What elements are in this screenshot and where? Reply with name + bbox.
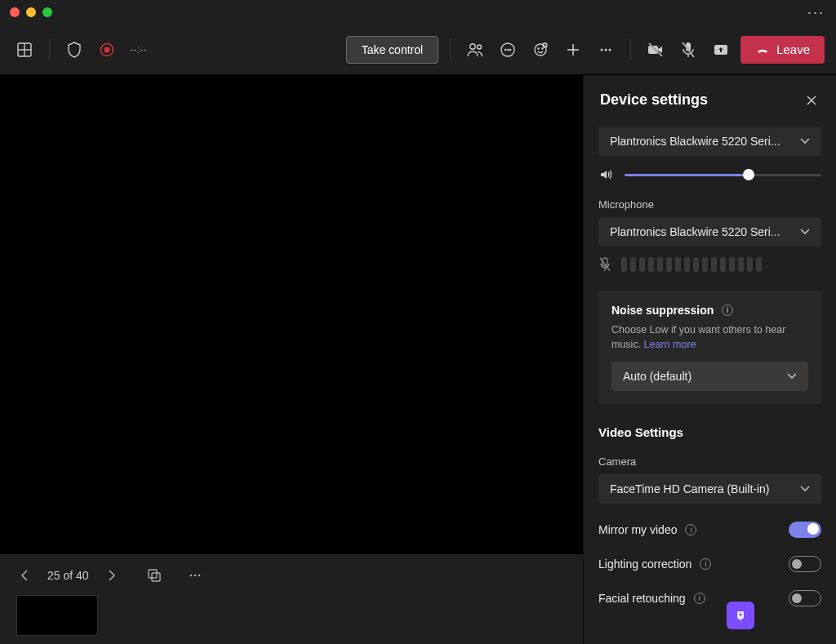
noise-dropdown[interactable]: Auto (default) xyxy=(611,362,808,391)
slide-view-icon[interactable] xyxy=(141,562,167,588)
fullscreen-window-button[interactable] xyxy=(42,7,52,17)
mic-level-meter xyxy=(621,257,762,272)
mirror-toggle[interactable] xyxy=(789,522,821,538)
close-panel-button[interactable] xyxy=(803,92,820,109)
svg-point-11 xyxy=(535,44,546,56)
next-slide-button[interactable] xyxy=(104,567,120,584)
speaker-volume-icon xyxy=(598,167,613,182)
window-controls xyxy=(10,7,52,17)
camera-off-icon[interactable] xyxy=(643,37,669,63)
panel-title: Device settings xyxy=(600,91,708,109)
title-more-icon[interactable]: ··· xyxy=(807,4,825,21)
reactions-icon[interactable] xyxy=(527,37,554,63)
shield-icon[interactable] xyxy=(61,37,87,63)
separator xyxy=(450,39,451,60)
svg-point-10 xyxy=(510,49,511,50)
lighting-toggle[interactable] xyxy=(789,556,821,572)
noise-value: Auto (default) xyxy=(623,370,691,383)
info-icon[interactable]: i xyxy=(700,558,711,570)
info-icon[interactable]: i xyxy=(694,593,705,604)
chevron-down-icon xyxy=(800,486,810,492)
camera-value: FaceTime HD Camera (Built-in) xyxy=(610,482,770,495)
noise-title: Noise suppression xyxy=(611,304,714,317)
call-toolbar: --:-- Take control Leave xyxy=(0,24,836,75)
close-window-button[interactable] xyxy=(10,7,20,17)
lighting-label: Lighting correction xyxy=(598,557,691,571)
svg-point-8 xyxy=(505,49,506,50)
leave-button[interactable]: Leave xyxy=(740,36,825,64)
hangup-icon xyxy=(755,42,770,57)
watermark-badge xyxy=(727,602,754,629)
noise-suppression-section: Noise suppression i Choose Low if you wa… xyxy=(598,291,821,404)
shared-screen-area xyxy=(0,75,583,554)
layout-grid-icon[interactable] xyxy=(11,37,38,63)
svg-point-32 xyxy=(198,575,200,577)
retouch-toggle[interactable] xyxy=(789,590,821,606)
svg-point-13 xyxy=(542,47,543,48)
mic-muted-icon xyxy=(598,256,611,273)
speaker-volume-slider[interactable] xyxy=(625,174,821,176)
more-actions-icon[interactable] xyxy=(593,37,619,63)
svg-point-5 xyxy=(470,43,475,48)
people-icon[interactable] xyxy=(462,37,488,63)
separator xyxy=(49,39,50,60)
chevron-down-icon xyxy=(800,138,810,144)
info-icon[interactable]: i xyxy=(722,304,733,316)
slide-more-icon[interactable] xyxy=(182,562,208,588)
mirror-label: Mirror my video xyxy=(598,523,677,536)
device-settings-panel: Device settings Plantronics Blackwire 52… xyxy=(583,75,836,644)
share-screen-icon[interactable] xyxy=(708,37,734,63)
slide-controls: 25 of 40 xyxy=(0,554,583,644)
svg-point-12 xyxy=(538,47,539,48)
prev-slide-button[interactable] xyxy=(16,567,33,584)
microphone-dropdown[interactable]: Plantronics Blackwire 5220 Seri... xyxy=(598,217,821,246)
svg-point-19 xyxy=(609,48,611,51)
svg-rect-29 xyxy=(152,573,160,581)
record-icon[interactable] xyxy=(94,37,120,63)
svg-point-9 xyxy=(508,49,509,50)
speaker-dropdown[interactable]: Plantronics Blackwire 5220 Seri... xyxy=(598,127,821,156)
slide-counter: 25 of 40 xyxy=(47,569,89,582)
learn-more-link[interactable]: Learn more xyxy=(644,339,696,350)
microphone-label: Microphone xyxy=(598,198,821,211)
svg-point-18 xyxy=(605,48,607,51)
speaker-value: Plantronics Blackwire 5220 Seri... xyxy=(610,135,780,148)
chevron-down-icon xyxy=(787,373,797,380)
svg-point-30 xyxy=(189,575,192,577)
svg-point-31 xyxy=(193,575,196,577)
info-icon[interactable]: i xyxy=(685,524,696,535)
slide-thumbnail[interactable] xyxy=(16,595,98,636)
video-settings-heading: Video Settings xyxy=(598,425,821,439)
take-control-button[interactable]: Take control xyxy=(346,36,438,64)
chat-icon[interactable] xyxy=(495,37,521,63)
minimize-window-button[interactable] xyxy=(26,7,36,17)
svg-point-17 xyxy=(601,48,603,51)
separator xyxy=(630,39,631,60)
mic-off-icon[interactable] xyxy=(675,37,701,63)
svg-rect-28 xyxy=(149,570,157,578)
noise-description: Choose Low if you want others to hear mu… xyxy=(611,323,808,352)
microphone-value: Plantronics Blackwire 5220 Seri... xyxy=(610,225,780,238)
camera-label: Camera xyxy=(598,455,821,468)
chevron-down-icon xyxy=(800,229,810,235)
titlebar: ··· xyxy=(0,0,836,24)
svg-point-6 xyxy=(478,45,482,49)
presentation-stage: 25 of 40 xyxy=(0,75,583,644)
leave-label: Leave xyxy=(776,42,810,56)
add-icon[interactable] xyxy=(560,37,586,63)
svg-point-39 xyxy=(740,614,742,616)
retouch-label: Facial retouching xyxy=(598,592,686,605)
call-duration: --:-- xyxy=(130,43,147,56)
svg-point-4 xyxy=(104,47,110,52)
camera-dropdown[interactable]: FaceTime HD Camera (Built-in) xyxy=(598,474,821,504)
